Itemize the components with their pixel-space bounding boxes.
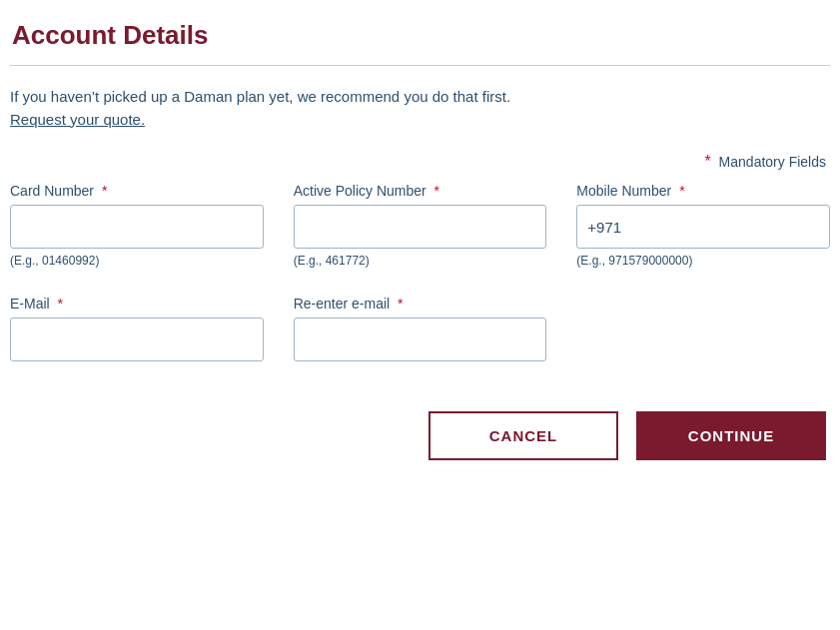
- mobile-number-input[interactable]: [576, 205, 830, 249]
- mobile-number-label: Mobile Number *: [576, 183, 830, 199]
- re-email-label: Re-enter e-mail *: [294, 296, 547, 312]
- email-required: *: [58, 296, 63, 312]
- page-container: Account Details If you haven’t picked up…: [0, 0, 840, 630]
- active-policy-group: Active Policy Number * (E.g., 461772): [294, 183, 547, 268]
- card-number-required: *: [102, 183, 107, 199]
- mobile-required: *: [679, 183, 684, 199]
- info-text: If you haven’t picked up a Daman plan ye…: [10, 86, 830, 131]
- re-email-group: Re-enter e-mail *: [294, 296, 547, 361]
- card-number-label: Card Number *: [10, 183, 264, 199]
- re-email-required: *: [398, 296, 403, 312]
- mandatory-asterisk: *: [704, 153, 710, 170]
- cancel-button[interactable]: CANCEL: [428, 411, 618, 460]
- re-email-input[interactable]: [294, 317, 547, 361]
- fields-row-1: Card Number * (E.g., 01460992) Active Po…: [10, 183, 830, 268]
- active-policy-input[interactable]: [294, 205, 547, 249]
- mandatory-note: * Mandatory Fields: [10, 153, 830, 171]
- request-quote-link[interactable]: Request your quote.: [10, 111, 145, 128]
- mobile-number-group: Mobile Number * (E.g., 971579000000): [576, 183, 830, 268]
- buttons-row: CANCEL CONTINUE: [10, 411, 830, 460]
- active-policy-hint: (E.g., 461772): [294, 254, 547, 268]
- page-title: Account Details: [10, 20, 830, 51]
- email-group: E-Mail *: [10, 296, 264, 361]
- active-policy-required: *: [434, 183, 439, 199]
- email-input[interactable]: [10, 317, 264, 361]
- email-label: E-Mail *: [10, 296, 264, 312]
- mandatory-label: Mandatory Fields: [719, 154, 826, 170]
- info-line1: If you haven’t picked up a Daman plan ye…: [10, 88, 510, 105]
- continue-button[interactable]: CONTINUE: [636, 411, 826, 460]
- card-number-input[interactable]: [10, 205, 264, 249]
- mobile-hint: (E.g., 971579000000): [576, 254, 830, 268]
- active-policy-label: Active Policy Number *: [294, 183, 547, 199]
- divider: [10, 65, 830, 66]
- fields-row-2: E-Mail * Re-enter e-mail *: [10, 296, 830, 361]
- card-number-group: Card Number * (E.g., 01460992): [10, 183, 264, 268]
- card-number-hint: (E.g., 01460992): [10, 254, 264, 268]
